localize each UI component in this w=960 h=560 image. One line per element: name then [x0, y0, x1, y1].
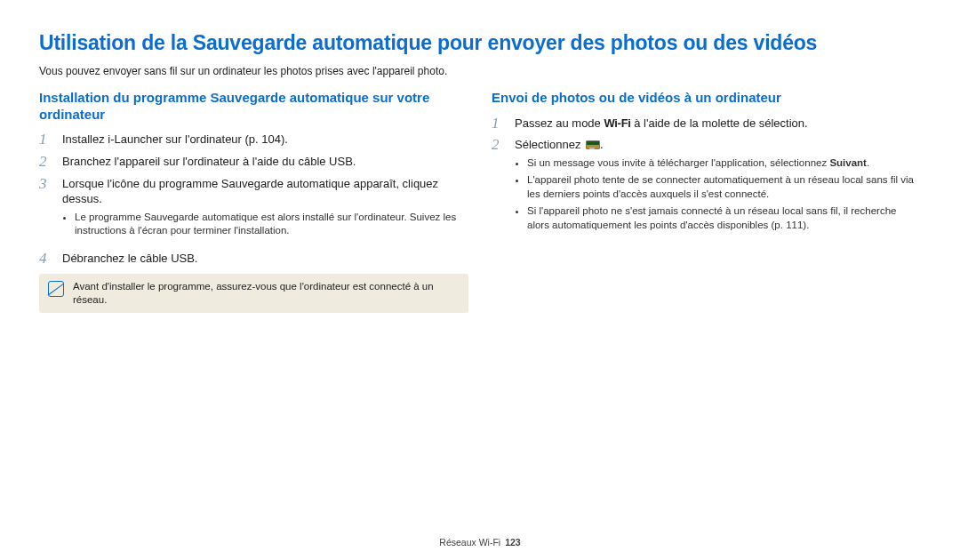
right-steps: 1 Passez au mode Wi-Fi à l'aide de la mo… [492, 116, 921, 240]
right-column: Envoi de photos ou de vidéos à un ordina… [492, 90, 921, 314]
intro-text: Vous pouvez envoyer sans fil sur un ordi… [39, 65, 921, 77]
step-text-pre: Passez au mode [515, 116, 604, 130]
bullet-text-prefix: Si un message vous invite à télécharger … [527, 157, 829, 168]
step-bullets: Si un message vous invite à télécharger … [515, 156, 921, 233]
left-step-4: 4 Débranchez le câble USB. [39, 251, 468, 268]
bullet-item: Le programme Sauvegarde automatique est … [75, 211, 468, 238]
page-number: 123 [505, 537, 521, 548]
step-number: 1 [492, 116, 504, 132]
wifi-icon: Wi-Fi [604, 116, 630, 130]
step-body: Passez au mode Wi-Fi à l'aide de la mole… [515, 116, 921, 132]
step-body: Sélectionnez . Si un message vous invite… [515, 137, 921, 239]
bullet-bold: Suivant [829, 157, 867, 168]
step-text: Branchez l'appareil sur l'ordinateur à l… [62, 154, 468, 171]
left-step-3: 3 Lorsque l'icône du programme Sauvegard… [39, 176, 468, 245]
content-columns: Installation du programme Sauvegarde aut… [39, 90, 921, 314]
right-section-heading: Envoi de photos ou de vidéos à un ordina… [492, 90, 921, 107]
left-step-2: 2 Branchez l'appareil sur l'ordinateur à… [39, 154, 468, 171]
pc-backup-icon [586, 140, 598, 149]
step-text: Installez i-Launcher sur l'ordinateur (p… [62, 132, 468, 148]
step-text: Débranchez le câble USB. [62, 251, 468, 268]
bullet-item: Si l'appareil photo ne s'est jamais conn… [527, 204, 921, 232]
step-number: 1 [39, 132, 52, 148]
note-box: Avant d'installer le programme, assurez-… [39, 274, 468, 313]
left-section-heading: Installation du programme Sauvegarde aut… [39, 90, 468, 124]
step-text-pre: Sélectionnez [515, 138, 584, 151]
bullet-text-suffix: . [867, 157, 869, 168]
step-text-post: à l'aide de la molette de sélection. [631, 116, 808, 130]
step-number: 4 [39, 251, 52, 268]
left-step-1: 1 Installez i-Launcher sur l'ordinateur … [39, 132, 468, 148]
footer-section: Réseaux Wi-Fi [439, 537, 500, 548]
document-page: Utilisation de la Sauvegarde automatique… [0, 0, 960, 560]
step-number: 2 [492, 137, 504, 239]
step-number: 2 [39, 154, 52, 171]
page-title: Utilisation de la Sauvegarde automatique… [39, 30, 921, 56]
note-text: Avant d'installer le programme, assurez-… [73, 280, 460, 307]
right-step-2: 2 Sélectionnez . Si un message vous invi… [492, 137, 921, 239]
page-footer: Réseaux Wi-Fi123 [0, 537, 960, 548]
step-body: Lorsque l'icône du programme Sauvegarde … [62, 176, 468, 245]
step-number: 3 [39, 176, 52, 245]
step-text: Lorsque l'icône du programme Sauvegarde … [62, 177, 438, 206]
right-step-1: 1 Passez au mode Wi-Fi à l'aide de la mo… [492, 116, 921, 132]
bullet-item: Si un message vous invite à télécharger … [527, 156, 921, 171]
step-bullets: Le programme Sauvegarde automatique est … [62, 211, 468, 238]
note-icon [48, 281, 64, 297]
left-steps: 1 Installez i-Launcher sur l'ordinateur … [39, 132, 468, 267]
bullet-item: L'appareil photo tente de se connecter a… [527, 173, 921, 201]
left-column: Installation du programme Sauvegarde aut… [39, 90, 468, 314]
step-text-post: . [600, 138, 604, 151]
